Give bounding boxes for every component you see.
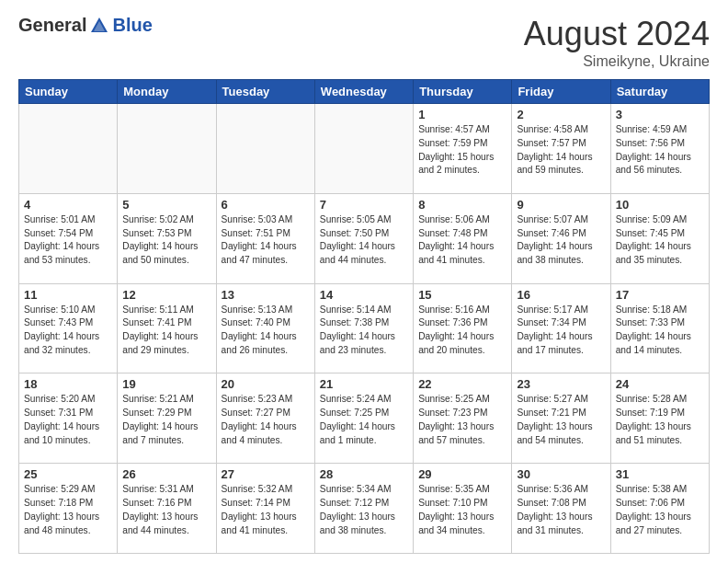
day-info: Sunrise: 5:06 AM Sunset: 7:48 PM Dayligh… xyxy=(418,213,506,268)
day-number: 8 xyxy=(418,198,506,212)
calendar-cell: 2Sunrise: 4:58 AM Sunset: 7:57 PM Daylig… xyxy=(512,104,610,194)
day-info: Sunrise: 5:02 AM Sunset: 7:53 PM Dayligh… xyxy=(122,213,210,268)
day-number: 26 xyxy=(122,467,210,481)
calendar-cell: 22Sunrise: 5:25 AM Sunset: 7:23 PM Dayli… xyxy=(414,373,512,464)
day-info: Sunrise: 5:05 AM Sunset: 7:50 PM Dayligh… xyxy=(320,213,408,268)
day-info: Sunrise: 5:32 AM Sunset: 7:14 PM Dayligh… xyxy=(222,483,310,537)
day-number: 3 xyxy=(616,108,704,121)
calendar-header-row: SundayMondayTuesdayWednesdayThursdayFrid… xyxy=(19,80,710,104)
day-info: Sunrise: 5:24 AM Sunset: 7:25 PM Dayligh… xyxy=(320,393,408,447)
calendar-cell: 5Sunrise: 5:02 AM Sunset: 7:53 PM Daylig… xyxy=(118,193,216,283)
calendar-cell: 12Sunrise: 5:11 AM Sunset: 7:41 PM Dayli… xyxy=(118,283,216,373)
day-info: Sunrise: 5:14 AM Sunset: 7:38 PM Dayligh… xyxy=(320,304,408,358)
day-number: 16 xyxy=(517,288,605,302)
day-info: Sunrise: 5:31 AM Sunset: 7:16 PM Dayligh… xyxy=(122,483,210,537)
day-info: Sunrise: 4:59 AM Sunset: 7:56 PM Dayligh… xyxy=(616,123,704,178)
calendar-cell: 27Sunrise: 5:32 AM Sunset: 7:14 PM Dayli… xyxy=(216,464,314,554)
day-info: Sunrise: 5:35 AM Sunset: 7:10 PM Dayligh… xyxy=(418,483,506,537)
day-info: Sunrise: 5:25 AM Sunset: 7:23 PM Dayligh… xyxy=(418,393,506,447)
day-info: Sunrise: 5:09 AM Sunset: 7:45 PM Dayligh… xyxy=(616,213,704,268)
day-number: 11 xyxy=(24,288,112,302)
calendar-cell: 19Sunrise: 5:21 AM Sunset: 7:29 PM Dayli… xyxy=(118,373,216,464)
logo-icon xyxy=(89,16,109,36)
day-number: 20 xyxy=(222,377,310,391)
calendar-cell xyxy=(19,104,118,194)
day-number: 7 xyxy=(320,198,408,212)
day-number: 10 xyxy=(616,198,704,212)
day-number: 4 xyxy=(24,198,112,212)
day-info: Sunrise: 5:21 AM Sunset: 7:29 PM Dayligh… xyxy=(122,393,210,447)
col-header-tuesday: Tuesday xyxy=(216,80,314,104)
page: General Blue August 2024 Simeikyne, Ukra… xyxy=(0,0,728,563)
day-info: Sunrise: 4:57 AM Sunset: 7:59 PM Dayligh… xyxy=(418,123,506,178)
calendar-week-row: 25Sunrise: 5:29 AM Sunset: 7:18 PM Dayli… xyxy=(19,464,710,554)
day-number: 21 xyxy=(320,377,408,391)
calendar-cell: 17Sunrise: 5:18 AM Sunset: 7:33 PM Dayli… xyxy=(610,283,709,373)
calendar-week-row: 11Sunrise: 5:10 AM Sunset: 7:43 PM Dayli… xyxy=(19,283,710,373)
day-info: Sunrise: 5:28 AM Sunset: 7:19 PM Dayligh… xyxy=(616,393,704,447)
calendar-table: SundayMondayTuesdayWednesdayThursdayFrid… xyxy=(18,79,710,554)
day-number: 25 xyxy=(24,467,112,481)
day-info: Sunrise: 5:03 AM Sunset: 7:51 PM Dayligh… xyxy=(222,213,310,268)
calendar-cell: 14Sunrise: 5:14 AM Sunset: 7:38 PM Dayli… xyxy=(314,283,413,373)
calendar-cell xyxy=(314,104,413,194)
calendar-cell: 25Sunrise: 5:29 AM Sunset: 7:18 PM Dayli… xyxy=(19,464,118,554)
day-info: Sunrise: 5:38 AM Sunset: 7:06 PM Dayligh… xyxy=(616,483,704,537)
day-info: Sunrise: 5:13 AM Sunset: 7:40 PM Dayligh… xyxy=(222,304,310,358)
col-header-thursday: Thursday xyxy=(414,80,512,104)
day-info: Sunrise: 5:16 AM Sunset: 7:36 PM Dayligh… xyxy=(418,304,506,358)
calendar-cell xyxy=(216,104,314,194)
day-number: 28 xyxy=(320,467,408,481)
day-number: 30 xyxy=(517,467,605,481)
logo: General Blue xyxy=(18,15,153,36)
calendar-cell: 9Sunrise: 5:07 AM Sunset: 7:46 PM Daylig… xyxy=(512,193,610,283)
day-number: 2 xyxy=(517,108,605,121)
day-info: Sunrise: 5:10 AM Sunset: 7:43 PM Dayligh… xyxy=(24,304,112,358)
day-number: 29 xyxy=(418,467,506,481)
day-number: 14 xyxy=(320,288,408,302)
calendar-cell: 24Sunrise: 5:28 AM Sunset: 7:19 PM Dayli… xyxy=(610,373,709,464)
day-number: 17 xyxy=(616,288,704,302)
title-section: August 2024 Simeikyne, Ukraine xyxy=(524,15,710,70)
calendar-cell: 29Sunrise: 5:35 AM Sunset: 7:10 PM Dayli… xyxy=(414,464,512,554)
col-header-saturday: Saturday xyxy=(610,80,709,104)
day-info: Sunrise: 5:11 AM Sunset: 7:41 PM Dayligh… xyxy=(122,304,210,358)
day-number: 6 xyxy=(222,198,310,212)
col-header-monday: Monday xyxy=(118,80,216,104)
day-info: Sunrise: 5:18 AM Sunset: 7:33 PM Dayligh… xyxy=(616,304,704,358)
day-info: Sunrise: 5:01 AM Sunset: 7:54 PM Dayligh… xyxy=(24,213,112,268)
day-number: 15 xyxy=(418,288,506,302)
location: Simeikyne, Ukraine xyxy=(524,53,710,70)
calendar-cell: 7Sunrise: 5:05 AM Sunset: 7:50 PM Daylig… xyxy=(314,193,413,283)
logo-general: General xyxy=(18,15,86,36)
day-info: Sunrise: 5:23 AM Sunset: 7:27 PM Dayligh… xyxy=(222,393,310,447)
logo-blue: Blue xyxy=(112,15,152,36)
day-number: 27 xyxy=(222,467,310,481)
day-number: 13 xyxy=(222,288,310,302)
day-number: 24 xyxy=(616,377,704,391)
day-info: Sunrise: 5:27 AM Sunset: 7:21 PM Dayligh… xyxy=(517,393,605,447)
calendar-cell: 26Sunrise: 5:31 AM Sunset: 7:16 PM Dayli… xyxy=(118,464,216,554)
calendar-cell: 11Sunrise: 5:10 AM Sunset: 7:43 PM Dayli… xyxy=(19,283,118,373)
day-info: Sunrise: 5:34 AM Sunset: 7:12 PM Dayligh… xyxy=(320,483,408,537)
day-number: 22 xyxy=(418,377,506,391)
header: General Blue August 2024 Simeikyne, Ukra… xyxy=(18,15,710,70)
col-header-friday: Friday xyxy=(512,80,610,104)
calendar-cell: 18Sunrise: 5:20 AM Sunset: 7:31 PM Dayli… xyxy=(19,373,118,464)
calendar-cell: 4Sunrise: 5:01 AM Sunset: 7:54 PM Daylig… xyxy=(19,193,118,283)
calendar-cell: 13Sunrise: 5:13 AM Sunset: 7:40 PM Dayli… xyxy=(216,283,314,373)
calendar-cell: 30Sunrise: 5:36 AM Sunset: 7:08 PM Dayli… xyxy=(512,464,610,554)
calendar-cell: 20Sunrise: 5:23 AM Sunset: 7:27 PM Dayli… xyxy=(216,373,314,464)
calendar-cell xyxy=(118,104,216,194)
calendar-cell: 1Sunrise: 4:57 AM Sunset: 7:59 PM Daylig… xyxy=(414,104,512,194)
calendar-cell: 6Sunrise: 5:03 AM Sunset: 7:51 PM Daylig… xyxy=(216,193,314,283)
day-number: 12 xyxy=(122,288,210,302)
day-info: Sunrise: 5:17 AM Sunset: 7:34 PM Dayligh… xyxy=(517,304,605,358)
day-info: Sunrise: 5:36 AM Sunset: 7:08 PM Dayligh… xyxy=(517,483,605,537)
calendar-week-row: 4Sunrise: 5:01 AM Sunset: 7:54 PM Daylig… xyxy=(19,193,710,283)
calendar-cell: 15Sunrise: 5:16 AM Sunset: 7:36 PM Dayli… xyxy=(414,283,512,373)
day-info: Sunrise: 5:07 AM Sunset: 7:46 PM Dayligh… xyxy=(517,213,605,268)
calendar-cell: 31Sunrise: 5:38 AM Sunset: 7:06 PM Dayli… xyxy=(610,464,709,554)
day-number: 5 xyxy=(122,198,210,212)
calendar-cell: 23Sunrise: 5:27 AM Sunset: 7:21 PM Dayli… xyxy=(512,373,610,464)
